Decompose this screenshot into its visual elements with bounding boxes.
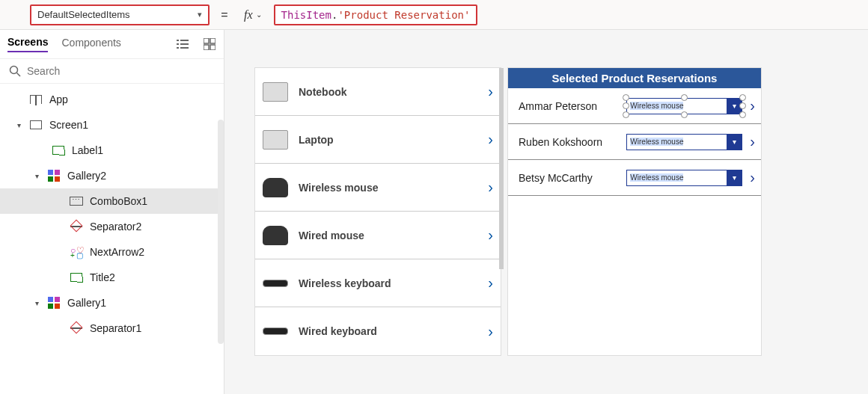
- resize-handle[interactable]: [681, 94, 688, 101]
- label-icon: [51, 144, 66, 157]
- resize-handle[interactable]: [739, 102, 746, 109]
- tree-node-separator2[interactable]: Separator2: [0, 214, 224, 239]
- property-dropdown[interactable]: DefaultSelectedItems ▾: [30, 4, 210, 25]
- tree-label: Label1: [72, 144, 103, 156]
- list-item[interactable]: Ruben Kokshoorn Wireless mouse ▾ ›: [508, 124, 761, 160]
- chevron-right-icon[interactable]: ›: [750, 133, 755, 150]
- svg-point-10: [10, 67, 18, 74]
- label-icon: [69, 271, 84, 284]
- tree-node-title2[interactable]: Title2: [0, 265, 224, 290]
- tab-components[interactable]: Components: [61, 37, 120, 52]
- formula-token-thisitem: ThisItem: [281, 9, 331, 21]
- formula-input[interactable]: ThisItem . 'Product Reservation': [274, 4, 478, 25]
- resize-handle[interactable]: [739, 94, 746, 101]
- resize-handle[interactable]: [681, 111, 688, 118]
- chevron-right-icon[interactable]: ›: [488, 227, 493, 244]
- chevron-down-icon: ▾: [198, 10, 202, 19]
- tree-node-separator1[interactable]: Separator1: [0, 315, 224, 341]
- gallery2-reservations[interactable]: Selected Product Reservations Ammar Pete…: [507, 67, 762, 356]
- tree-node-gallery2[interactable]: ▾ Gallery2: [0, 163, 224, 188]
- tree-label: Separator2: [90, 221, 141, 233]
- svg-rect-3: [180, 43, 189, 45]
- product-name: Wired mouse: [299, 230, 477, 241]
- search-icon: [9, 65, 21, 77]
- list-item[interactable]: Notebook ›: [255, 68, 501, 116]
- svg-rect-4: [177, 47, 179, 49]
- resize-handle[interactable]: [623, 111, 629, 118]
- app-icon: [28, 93, 43, 106]
- tree-label: Screen1: [49, 119, 88, 131]
- combobox-value: Wireless mouse: [627, 138, 727, 146]
- svg-rect-1: [180, 40, 189, 41]
- tree-label: Gallery1: [67, 297, 106, 309]
- list-item[interactable]: Wired keyboard ›: [255, 307, 501, 355]
- gallery-icon: [46, 296, 61, 310]
- list-item[interactable]: Wireless keyboard ›: [255, 259, 501, 307]
- combobox[interactable]: Wireless mouse ▾: [626, 134, 742, 150]
- chevron-down-icon: ⌄: [256, 10, 262, 19]
- list-item[interactable]: Wired mouse ›: [255, 212, 501, 259]
- tree-node-label1[interactable]: Label1: [0, 138, 224, 163]
- chevron-right-icon[interactable]: ›: [750, 169, 755, 186]
- equals-sign: =: [217, 8, 232, 22]
- tree: App ▾ Screen1 Label1 ▾ Gallery2 ComboBox…: [0, 84, 224, 394]
- chevron-right-icon[interactable]: ›: [488, 131, 493, 148]
- product-thumb-icon: [263, 130, 288, 150]
- tree-label: Separator1: [90, 322, 141, 334]
- list-item[interactable]: Wireless mouse ›: [255, 164, 501, 212]
- scrollbar[interactable]: [218, 120, 224, 344]
- svg-rect-6: [204, 38, 209, 43]
- fx-dropdown[interactable]: fx ⌄: [239, 4, 266, 25]
- product-thumb-icon: [263, 178, 288, 197]
- svg-rect-0: [177, 40, 179, 41]
- resize-handle[interactable]: [739, 111, 746, 118]
- combobox[interactable]: Wireless mouse ▾: [626, 170, 742, 186]
- list-view-icon[interactable]: [176, 37, 189, 51]
- panel-tabs: Screens Components: [0, 30, 224, 58]
- resize-handle[interactable]: [623, 94, 629, 101]
- tree-label: Gallery2: [67, 170, 106, 182]
- combobox-value: Wireless mouse: [627, 102, 727, 110]
- svg-rect-8: [204, 45, 209, 50]
- tree-node-combobox1[interactable]: ComboBox1: [0, 188, 224, 214]
- gallery1-products[interactable]: Notebook › Laptop › Wireless mouse › Wir…: [254, 67, 501, 356]
- tree-label: ComboBox1: [90, 195, 147, 207]
- tree-node-gallery1[interactable]: ▾ Gallery1: [0, 290, 224, 315]
- resize-handle[interactable]: [623, 102, 629, 109]
- formula-token-dot: .: [331, 9, 337, 21]
- chevron-down-icon[interactable]: ▾: [727, 135, 742, 150]
- grid-view-icon[interactable]: [203, 37, 216, 51]
- svg-rect-9: [210, 45, 216, 50]
- combobox-selected[interactable]: Wireless mouse ▾: [626, 98, 742, 114]
- search-input[interactable]: [27, 65, 215, 77]
- caret-down-icon[interactable]: ▾: [33, 299, 40, 307]
- product-name: Laptop: [299, 134, 477, 146]
- product-thumb-icon: [263, 226, 288, 245]
- tree-node-screen1[interactable]: ▾ Screen1: [0, 112, 224, 138]
- list-item[interactable]: Laptop ›: [255, 116, 501, 164]
- svg-line-11: [17, 73, 21, 77]
- list-item[interactable]: Betsy McCarthy Wireless mouse ▾ ›: [508, 160, 761, 196]
- product-thumb-icon: [263, 280, 288, 287]
- tab-screens[interactable]: Screens: [7, 36, 48, 52]
- chevron-right-icon[interactable]: ›: [488, 83, 493, 100]
- chevron-down-icon[interactable]: ▾: [727, 170, 742, 185]
- caret-down-icon[interactable]: ▾: [33, 172, 40, 180]
- chevron-right-icon[interactable]: ›: [488, 323, 493, 340]
- tree-label: App: [49, 93, 68, 105]
- list-item[interactable]: Ammar Peterson Wireless mouse ▾: [508, 88, 761, 124]
- tree-node-app[interactable]: App: [0, 87, 224, 112]
- tree-view-panel: Screens Components App ▾: [0, 30, 224, 394]
- chevron-right-icon[interactable]: ›: [750, 97, 755, 114]
- person-name: Ruben Kokshoorn: [519, 136, 622, 148]
- formula-token-field: 'Product Reservation': [337, 9, 470, 21]
- tree-label: Title2: [90, 271, 115, 283]
- product-name: Wireless mouse: [299, 182, 477, 194]
- chevron-right-icon[interactable]: ›: [488, 274, 493, 292]
- chevron-right-icon[interactable]: ›: [488, 179, 493, 196]
- caret-down-icon[interactable]: ▾: [15, 121, 22, 129]
- tree-node-nextarrow2[interactable]: +▢ NextArrow2: [0, 239, 224, 265]
- combobox-icon: [69, 194, 84, 208]
- product-thumb-icon: [263, 327, 288, 335]
- combobox-value: Wireless mouse: [627, 173, 727, 182]
